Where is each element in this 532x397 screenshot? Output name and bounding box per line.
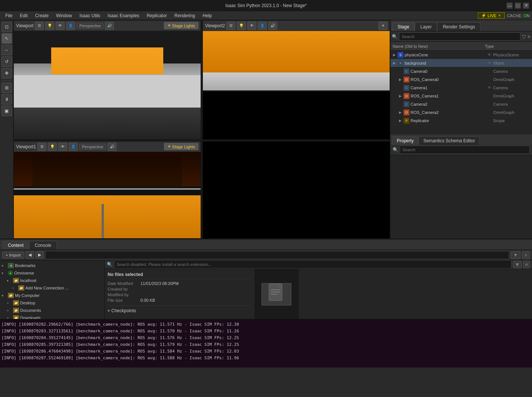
- tree-item[interactable]: ▶ X background 👁 Xform: [390, 59, 532, 67]
- viewport1-scene[interactable]: [14, 152, 201, 238]
- toolbar-scale-button[interactable]: ✥: [1, 68, 12, 78]
- tree-item[interactable]: ▶ O ROS_Camera1 OmniGraph: [390, 92, 532, 100]
- content-filter-icon[interactable]: ▼: [511, 251, 520, 259]
- tab-stage[interactable]: Stage: [392, 22, 415, 31]
- detail-search-input[interactable]: [114, 260, 511, 269]
- vp-camera-button-vp2[interactable]: 👁: [247, 22, 256, 30]
- file-tree-item[interactable]: ▾ ● Omniverse: [0, 269, 104, 277]
- tree-expand-icon[interactable]: [398, 69, 402, 74]
- tree-expand-icon[interactable]: ▶: [398, 77, 402, 82]
- toolbar-rotate-button[interactable]: ↺: [1, 56, 12, 67]
- file-name: Bookmarks: [15, 263, 35, 268]
- vp-menu-button-vp2[interactable]: ☰: [226, 22, 235, 30]
- file-tree-item[interactable]: ▾ 📁 localhost: [0, 277, 104, 284]
- tree-expand-icon[interactable]: ▶: [392, 53, 396, 57]
- tab-content[interactable]: Content: [2, 241, 29, 249]
- tree-node-icon: O: [403, 109, 409, 115]
- viewport2-bottom-panel[interactable]: [202, 141, 390, 239]
- vp-light-button-tl[interactable]: 💡: [45, 22, 54, 30]
- vp-camera-button-vp1[interactable]: 👁: [58, 143, 67, 151]
- file-tree-item[interactable]: + 📁 Desktop: [0, 299, 104, 307]
- tree-item[interactable]: ▶ O ROS_Camera0 OmniGraph: [390, 75, 532, 84]
- tree-expand-icon[interactable]: [398, 86, 402, 90]
- file-icon-folder: 📁: [13, 300, 19, 305]
- vp-person-button-vp2[interactable]: 👤: [258, 22, 267, 30]
- menu-create[interactable]: Create: [32, 12, 52, 19]
- vp-person-button-tl[interactable]: 👤: [66, 22, 75, 30]
- toolbar-grid2-button[interactable]: ⊞: [1, 83, 12, 93]
- tab-render-settings[interactable]: Render Settings: [437, 22, 480, 31]
- vp-perspective-label-vp1[interactable]: Perspective: [79, 144, 106, 150]
- property-search-input[interactable]: [400, 146, 530, 154]
- eye-icon[interactable]: 👁: [486, 86, 493, 90]
- file-tree-item[interactable]: ▾ ★ Bookmarks: [0, 262, 104, 269]
- toolbar-rect-button[interactable]: ▣: [1, 106, 12, 116]
- eye-icon[interactable]: 👁: [486, 61, 493, 65]
- tree-expand-icon[interactable]: ▶: [392, 61, 396, 65]
- menu-file[interactable]: File: [2, 12, 15, 19]
- tab-semantics-schema[interactable]: Semantics Schema Editor: [418, 136, 480, 145]
- tab-property[interactable]: Property: [392, 136, 418, 145]
- minimize-button[interactable]: —: [507, 3, 513, 9]
- vp-audio-button-tl[interactable]: 🔊: [105, 22, 114, 30]
- vp-audio-button-vp2[interactable]: 🔊: [268, 22, 277, 30]
- vp-light-button-vp2[interactable]: 💡: [237, 22, 246, 30]
- tree-item[interactable]: ▶ O ROS_Camera2 OmniGraph: [390, 108, 532, 117]
- file-tree-item[interactable]: + 📁 Downloads: [0, 314, 104, 319]
- maximize-button[interactable]: □: [515, 3, 521, 9]
- tree-item[interactable]: ▶ S physicsCene 👁 PhysicsScene: [390, 51, 532, 59]
- nav-forward-button[interactable]: ▶: [35, 251, 44, 258]
- menu-isaac-utils[interactable]: Isaac Utils: [77, 12, 103, 19]
- stage-filter-icon[interactable]: ▽: [522, 34, 526, 40]
- import-button[interactable]: + Import: [2, 252, 24, 258]
- tree-item[interactable]: C Camera1 👁 Camera: [390, 84, 532, 92]
- file-tree-item[interactable]: ▾ 📁 My Computer: [0, 292, 104, 299]
- menu-isaac-examples[interactable]: Isaac Examples: [105, 12, 142, 19]
- vp-camera-button-tl[interactable]: 👁: [56, 22, 65, 30]
- menu-help[interactable]: Help: [200, 12, 215, 19]
- toolbar-grid-button[interactable]: ⊡: [1, 22, 12, 32]
- file-tree-item[interactable]: + 📁 Documents: [0, 307, 104, 314]
- viewport-scene-topleft[interactable]: [14, 31, 201, 139]
- tree-expand-icon[interactable]: ▶: [398, 94, 402, 98]
- vp2-scene-top[interactable]: [203, 31, 390, 90]
- nav-back-button[interactable]: ◀: [26, 251, 34, 258]
- tree-expand-icon[interactable]: ▶: [398, 110, 402, 115]
- vp2-scene-bottom[interactable]: [203, 92, 390, 139]
- vp-audio-button-vp1[interactable]: 🔊: [108, 143, 117, 151]
- detail-menu-button[interactable]: ≡: [523, 261, 530, 269]
- file-name: Documents: [20, 308, 41, 313]
- toolbar-move-button[interactable]: ↔: [1, 45, 12, 55]
- file-tree-item[interactable]: + 📁 Add New Connection ...: [0, 284, 104, 292]
- stage-lights-button-tl[interactable]: ☀ Stage Lights: [164, 22, 198, 29]
- menu-window[interactable]: Window: [53, 12, 75, 19]
- tree-expand-icon[interactable]: ▶: [398, 118, 402, 123]
- close-button[interactable]: ✕: [523, 3, 529, 9]
- vp-person-button-vp1[interactable]: 👤: [69, 143, 78, 151]
- toolbar-pause-button[interactable]: ⏸: [1, 94, 12, 105]
- vp-sun-button-vp2[interactable]: ☀: [378, 22, 387, 30]
- content-menu-icon[interactable]: ≡: [522, 251, 530, 259]
- tab-console[interactable]: Console: [29, 241, 57, 249]
- vp-light-button-vp1[interactable]: 💡: [48, 143, 57, 151]
- eye-icon[interactable]: 👁: [486, 53, 493, 57]
- stage-search-input[interactable]: [399, 32, 520, 41]
- tree-item[interactable]: ▶ R Replicator Scope: [390, 117, 532, 125]
- menu-rendering[interactable]: Rendering: [171, 12, 198, 19]
- no-files-selected-label: No files selected: [108, 272, 251, 279]
- file-expand: +: [7, 301, 12, 305]
- menu-edit[interactable]: Edit: [17, 12, 31, 19]
- tree-item[interactable]: C Camera0 Camera: [390, 67, 532, 75]
- vp-menu-button-tl[interactable]: ☰: [35, 22, 44, 30]
- tree-expand-icon[interactable]: [398, 102, 402, 106]
- stage-lights-button-vp1[interactable]: ☀ Stage Lights: [164, 143, 198, 150]
- toolbar-select-button[interactable]: ↖: [1, 33, 12, 44]
- vp-menu-button-vp1[interactable]: ☰: [37, 143, 46, 151]
- tab-layer[interactable]: Layer: [415, 22, 437, 31]
- live-dropdown[interactable]: ▼: [498, 13, 501, 18]
- menu-replicator[interactable]: Replicator: [144, 12, 170, 19]
- detail-filter-button[interactable]: ▼: [513, 261, 522, 269]
- tree-item[interactable]: C Camera2 Camera: [390, 100, 532, 108]
- vp-perspective-label-tl[interactable]: Perspective: [77, 23, 103, 29]
- stage-menu-icon[interactable]: ≡: [528, 34, 531, 40]
